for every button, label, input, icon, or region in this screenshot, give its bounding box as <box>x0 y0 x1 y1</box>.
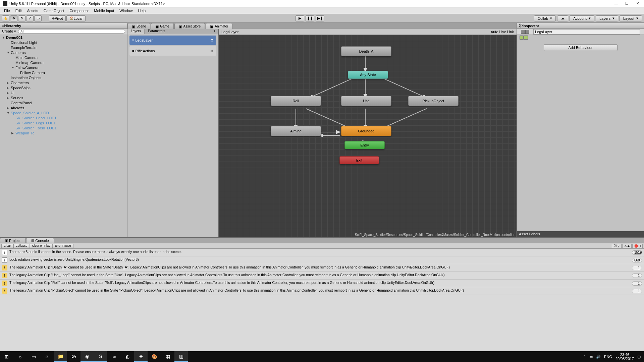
console-message[interactable]: iLook rotation viewing vector is zero Un… <box>0 256 644 264</box>
task-view-icon[interactable]: ▭ <box>27 351 40 362</box>
menu-mobile input[interactable]: Mobile Input <box>91 8 117 13</box>
console-tab[interactable]: ▤ Console <box>26 238 54 243</box>
hierarchy-item[interactable]: Minimap Camera <box>0 60 127 65</box>
tray-notifications-icon[interactable]: ▢ <box>637 355 641 359</box>
minimize-button[interactable]: — <box>614 1 619 6</box>
error-count[interactable]: ⛔ 0 <box>632 244 643 248</box>
hierarchy-item[interactable]: SK_Soldier_Torso_LOD1 <box>0 125 127 130</box>
rotate-tool[interactable]: ↻ <box>18 15 25 21</box>
search-icon[interactable]: ⌕ <box>13 351 27 362</box>
menu-window[interactable]: Window <box>117 8 135 13</box>
menu-help[interactable]: Help <box>135 8 148 13</box>
store-icon[interactable]: 🛍 <box>67 351 80 362</box>
console-message[interactable]: !The legacy Animation Clip "Death_A" can… <box>0 264 644 272</box>
inspector-tab[interactable]: ⓘ Inspector <box>517 23 644 29</box>
collab-dropdown[interactable]: Collab ▾ <box>534 15 556 21</box>
tray-clock[interactable]: 23:46 29/08/2017 <box>615 353 634 361</box>
hand-tool[interactable]: ✋ <box>2 15 9 21</box>
add-layer-button[interactable]: + <box>211 29 218 34</box>
hierarchy-item[interactable]: Main Camera <box>0 55 127 60</box>
console-message[interactable]: !The legacy Animation Clip "PickupObject… <box>0 287 644 295</box>
pivot-toggle[interactable]: ⊕ Pivot <box>49 15 66 21</box>
hierarchy-item[interactable]: ▶Weapon_R <box>0 130 127 135</box>
cloud-button[interactable]: ☁ <box>557 15 568 21</box>
pause-button[interactable]: ❚❚ <box>306 15 314 21</box>
vs-icon[interactable]: ∞ <box>107 351 121 362</box>
tray-volume-icon[interactable]: 🔊 <box>596 355 601 359</box>
menu-edit[interactable]: Edit <box>13 8 24 13</box>
hierarchy-item[interactable]: ▼Demo001 <box>0 35 127 40</box>
hierarchy-item[interactable]: ▶Aircrafts <box>0 105 127 110</box>
parameters-subtab[interactable]: Parameters <box>145 29 169 34</box>
local-toggle[interactable]: 🏠 Local <box>66 15 85 21</box>
console-message[interactable]: iThere are 3 audio listeners in the scen… <box>0 249 644 256</box>
hierarchy-item[interactable]: SK_Soldier_Head_LOD1 <box>0 115 127 120</box>
menu-gameobject[interactable]: GameObject <box>41 8 67 13</box>
close-button[interactable]: ✕ <box>635 1 640 6</box>
unity-taskbar-icon[interactable]: ◈ <box>134 351 148 362</box>
create-dropdown[interactable]: Create ▾ <box>2 29 16 34</box>
gear-icon[interactable]: ⚙ <box>210 49 214 53</box>
layer-name-field[interactable]: LegsLayer <box>533 29 640 35</box>
explorer-icon[interactable]: 📁 <box>54 351 67 362</box>
graph-breadcrumb[interactable]: LegsLayer <box>221 30 238 34</box>
hierarchy-item[interactable]: Follow Camera <box>0 70 127 75</box>
auto-live-link[interactable]: Auto Live Link <box>491 30 514 34</box>
step-button[interactable]: ▶❚ <box>316 15 324 21</box>
state-grounded[interactable]: Grounded <box>341 126 391 136</box>
state-entry[interactable]: Entry <box>344 141 385 149</box>
console-error-pause[interactable]: Error Pause <box>53 244 73 248</box>
warn-count[interactable]: ⚠ 4 <box>622 244 632 248</box>
hierarchy-search[interactable] <box>18 29 125 34</box>
edge-icon[interactable]: e <box>40 351 54 362</box>
console-clear[interactable]: Clear <box>1 244 13 248</box>
hierarchy-item[interactable]: ▼Cameras <box>0 50 127 55</box>
steam-icon[interactable]: ◐ <box>121 351 134 362</box>
state-use[interactable]: Use <box>341 96 391 106</box>
gear-icon[interactable]: ⚙ <box>210 38 214 43</box>
start-button[interactable]: ⊞ <box>0 351 13 362</box>
chrome-icon[interactable]: ◉ <box>80 351 94 362</box>
skype-icon[interactable]: S <box>94 351 107 362</box>
state-roll[interactable]: Roll <box>271 96 321 106</box>
maximize-button[interactable]: ☐ <box>625 1 629 6</box>
tray-language[interactable]: ENG <box>604 355 612 359</box>
scale-tool[interactable]: ⤢ <box>26 15 34 21</box>
hierarchy-tree[interactable]: ▼Demo001Directional LightExampleTerrain▼… <box>0 34 127 237</box>
app-icon[interactable]: ▦ <box>161 351 174 362</box>
tab-animator[interactable]: ▣Animator <box>206 23 232 29</box>
console-collapse[interactable]: Collapse <box>13 244 30 248</box>
hierarchy-item[interactable]: ▶UI <box>0 90 127 95</box>
menu-assets[interactable]: Assets <box>24 8 41 13</box>
state-aiming[interactable]: Aiming <box>271 126 321 136</box>
hierarchy-item[interactable]: ▶Sounds <box>0 95 127 100</box>
play-button[interactable]: ▶ <box>296 15 304 21</box>
hierarchy-item[interactable]: Directional Light <box>0 40 127 45</box>
layers-dropdown[interactable]: Layers ▾ <box>596 15 618 21</box>
hierarchy-item[interactable]: ▼Space_Soldier_A_LOD1 <box>0 110 127 115</box>
hierarchy-item[interactable]: ExampleTerrain <box>0 45 127 50</box>
console-message[interactable]: !The legacy Animation Clip "Roll" cannot… <box>0 280 644 287</box>
animator-layer[interactable]: = LegsLayer⚙ <box>129 36 216 45</box>
project-tab[interactable]: ▣ Project <box>0 238 25 243</box>
paint-icon[interactable]: 🎨 <box>148 351 161 362</box>
app-icon-2[interactable]: ▥ <box>174 351 188 362</box>
info-count[interactable]: ⓘ 2 <box>612 244 622 248</box>
layers-subtab[interactable]: Layers <box>127 29 145 34</box>
animator-layer[interactable]: = RifleActions⚙ <box>129 46 216 56</box>
console-message[interactable]: !The legacy Animation Clip "Use_Loop" ca… <box>0 272 644 280</box>
hierarchy-tab[interactable]: ≡ Hierarchy <box>0 23 127 29</box>
hierarchy-item[interactable]: ControlPanel <box>0 100 127 105</box>
hierarchy-item[interactable]: Instantiate Objects <box>0 75 127 80</box>
tray-battery-icon[interactable]: ▭ <box>589 355 593 359</box>
animator-graph[interactable]: LegsLayer Auto Live Link <box>219 29 517 237</box>
hierarchy-item[interactable]: ▼FolowCamera <box>0 65 127 70</box>
console-clear-on-play[interactable]: Clear on Play <box>30 244 53 248</box>
hierarchy-item[interactable]: ▶SpaceShips <box>0 85 127 90</box>
asset-labels-header[interactable]: Asset Labels <box>517 231 644 237</box>
menu-component[interactable]: Component <box>67 8 91 13</box>
layout-dropdown[interactable]: Layout ▾ <box>620 15 642 21</box>
add-behaviour-button[interactable]: Add Behaviour <box>544 44 618 51</box>
tray-chevron-icon[interactable]: ˄ <box>584 355 586 359</box>
tab-asset-store[interactable]: ▣Asset Store <box>174 23 205 29</box>
